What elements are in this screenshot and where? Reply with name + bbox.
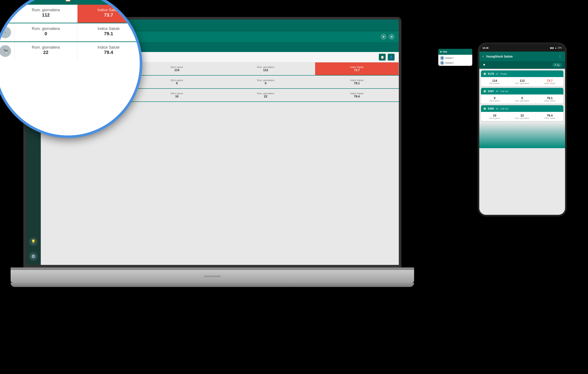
rum-cell-2: Rum. giornaliera 0 <box>216 75 315 89</box>
zoom-salute-3: Indice Salute 79.4 <box>77 42 140 60</box>
filter-count-text: 3 🐄 <box>555 63 560 66</box>
rum-value-2: 0 <box>220 82 312 85</box>
hse-rows: 👤 Animal 1 👤 Animal 2 <box>438 55 472 66</box>
rum-label-3: Rum. giornaliera <box>220 92 312 95</box>
animal-card-3-header: 5285 40 · Calf rail <box>481 105 563 112</box>
phone-content: 5178 15 · Chalet 114 Età in giorni 112 R… <box>479 69 565 215</box>
salute-cell-3: Indice Salute 79.4 <box>315 89 399 102</box>
zoom-row-3: 🐄 Rum. giornaliera 22 Indice Salute 79.4 <box>0 42 140 60</box>
animal-card-1[interactable]: 5178 15 · Chalet 114 Età in giorni 112 R… <box>481 71 563 86</box>
battery-icon: 23% <box>558 47 562 49</box>
zoom-rum-label-2: Rum. giornaliera <box>19 27 73 31</box>
sidebar-icon-settings[interactable]: ⚙️ <box>29 252 38 261</box>
animal-dot-3 <box>483 107 486 110</box>
zoom-rum-value-3: 22 <box>19 50 73 55</box>
zoom-avatar-1: 🐄 <box>0 8 11 20</box>
eta-value-2: 5 <box>141 82 213 85</box>
phone-filter-bar: ▼ 3 🐄 <box>479 61 565 69</box>
laptop-foot <box>10 283 414 287</box>
salute-value-2: 79.1 <box>318 82 395 85</box>
animal-card-3[interactable]: 5285 40 · Calf rail 10 Età in giorni 22 … <box>481 105 563 121</box>
phone-rum-3: 22 Rum. giornaliera <box>509 112 536 121</box>
animal-stats-2: 5 Età in giorni 0 Rum. giornaliera 79.1 … <box>481 94 563 104</box>
zoom-avatar-2: i <box>0 27 11 38</box>
salute-value-1: 73.7 <box>318 68 395 72</box>
laptop-base <box>10 270 414 283</box>
animal-card-1-header: 5178 15 · Chalet <box>481 71 563 77</box>
hse-card: HSe 👤 Animal 1 👤 Animal 2 <box>438 49 472 66</box>
salute-label-2: Indice Salute <box>318 79 395 82</box>
phone-time: 18:38 <box>483 47 488 49</box>
phone-rum-val-3: 22 <box>510 114 534 117</box>
salute-label-1: Indice Salute <box>318 66 395 68</box>
rum-label-2: Rum. giornaliera <box>220 79 312 82</box>
eta-cell-1: Età in giorni 114 <box>137 62 216 75</box>
hse-title: HSe <box>443 51 447 53</box>
salute-cell-1: Indice Salute 73.7 <box>315 62 399 75</box>
hse-row-2: 👤 Animal 2 <box>440 61 471 65</box>
phone-nav-title: YoungStock Salute <box>486 55 556 58</box>
animal-card-2[interactable]: 5287 40 · Calf rail 5 Età in giorni 0 Ru… <box>481 88 563 104</box>
zoom-row-1: 🐄 Rum. giornaliera 112 Indice Salute 73.… <box>0 5 140 23</box>
zoom-header: 📋 <box>0 0 140 5</box>
phone-screen: 18:38 ▮▮▮ ▲ 23% ‹ YoungStock Salute ⋮ ▼ … <box>479 44 565 215</box>
zoom-salute-label-2: Indice Salute <box>82 27 136 31</box>
phone-status-bar: 18:38 ▮▮▮ ▲ 23% <box>479 44 565 52</box>
salute-value-3: 79.4 <box>318 95 395 98</box>
zoom-salute-2: Indice Salute 79.1 <box>77 23 140 42</box>
zoom-rum-label-1: Rum. giornaliera <box>19 8 73 12</box>
phone-salute-lbl-2: Indice Salute <box>538 100 562 102</box>
sidebar-icon-lightbulb[interactable]: 💡 <box>29 237 38 246</box>
eta-label-1: Età in giorni <box>141 66 213 68</box>
eta-value-3: 10 <box>141 95 213 98</box>
salute-label-3: Indice Salute <box>318 92 395 95</box>
zoom-salute-value-1: 73.7 <box>82 12 136 18</box>
zoom-rum-label-3: Rum. giornaliera <box>19 45 73 50</box>
phone-rum-1: 112 Rum. giornaliera <box>509 77 536 86</box>
phone-salute-lbl-3: Indice Salute <box>538 117 562 119</box>
zoom-salute-label-3: Indice Salute <box>82 45 136 50</box>
eta-label-3: Età in giorni <box>141 92 213 95</box>
zoom-row-2: i Rum. giornaliera 0 Indice Salute 79.1 <box>0 23 140 42</box>
animal-id-2: 5287 <box>488 90 494 93</box>
phone-status-icons: ▮▮▮ ▲ 23% <box>550 47 562 49</box>
back-button[interactable]: ‹ <box>483 54 484 59</box>
phone-rum-lbl-3: Rum. giornaliera <box>510 117 534 119</box>
phone-eta-val-2: 5 <box>483 96 507 100</box>
phone-salute-1: 73.7 Indice Salute <box>536 77 563 86</box>
zoom-avatar-3: 🐄 <box>0 45 11 57</box>
zoom-salute-value-3: 79.4 <box>82 50 136 55</box>
animal-id-3: 5285 <box>488 107 494 110</box>
phone-eta-lbl-3: Età in giorni <box>483 117 507 119</box>
chevron-down-icon-2[interactable]: ▾ <box>388 34 395 40</box>
zoom-left-3: 🐄 <box>0 42 15 60</box>
menu-icon[interactable]: ⋮ <box>558 54 562 59</box>
phone-rum-val-1: 112 <box>510 79 534 82</box>
hse-avatar-1: 👤 <box>440 56 444 60</box>
filter-icon[interactable]: ▼ <box>483 63 486 67</box>
animal-group-2: 40 · Calf rail <box>496 90 508 93</box>
phone-nav-bar: ‹ YoungStock Salute ⋮ <box>479 52 565 61</box>
phone-eta-val-1: 114 <box>483 79 507 82</box>
phone-salute-lbl-1: Indice Salute <box>538 82 562 84</box>
rum-cell-3: Rum. giornaliera 22 <box>216 89 315 102</box>
phone-rum-lbl-2: Rum. giornaliera <box>510 100 534 102</box>
zoom-circle-content: 📋 🐄 Rum. giornaliera 112 Indice Salute 7… <box>0 0 140 135</box>
rum-label-1: Rum. giornaliera <box>220 66 312 68</box>
zoom-rum-1: Rum. giornaliera 112 <box>15 5 77 23</box>
copy-icon[interactable]: 📋 <box>379 54 386 61</box>
header-action-icons: ▾ ▾ <box>380 34 395 40</box>
phone-rum-2: 0 Rum. giornaliera <box>509 95 536 104</box>
zoom-left-2: i <box>0 23 15 42</box>
rum-value-3: 22 <box>220 95 312 98</box>
phone-eta-1: 114 Età in giorni <box>481 77 509 86</box>
phone-rum-val-2: 0 <box>510 96 534 100</box>
phone-eta-val-3: 10 <box>483 114 507 117</box>
animal-dot-1 <box>483 73 486 75</box>
person-icon[interactable]: 👤 <box>388 54 395 61</box>
animal-stats-3: 10 Età in giorni 22 Rum. giornaliera 79.… <box>481 112 563 121</box>
chevron-down-icon-1[interactable]: ▾ <box>380 34 387 40</box>
animal-group-3: 40 · Calf rail <box>496 107 508 110</box>
wifi-icon: ▲ <box>555 47 557 49</box>
hse-row-1: 👤 Animal 1 <box>440 56 471 60</box>
